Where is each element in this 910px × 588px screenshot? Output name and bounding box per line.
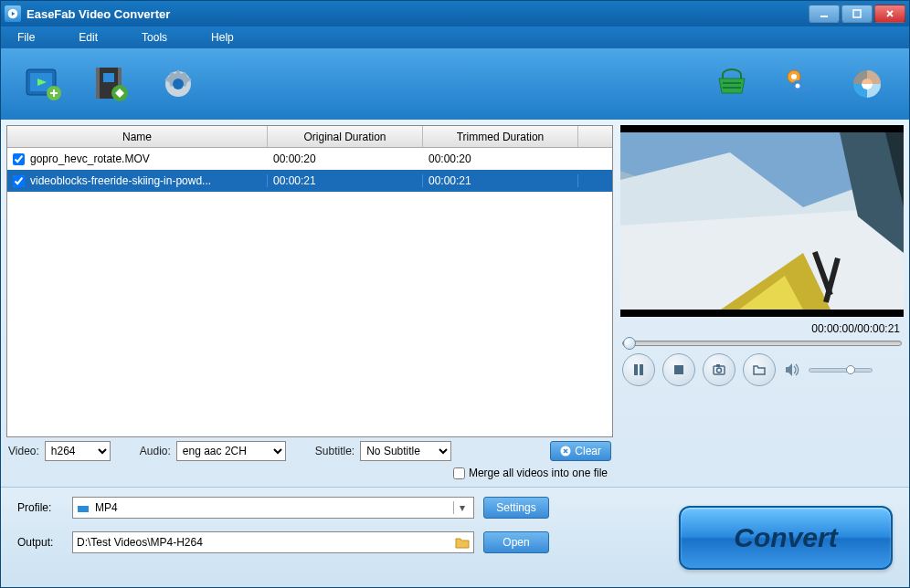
preview-pane — [620, 125, 904, 317]
seek-thumb[interactable] — [623, 337, 636, 350]
merge-label: Merge all videos into one file — [469, 467, 608, 479]
row-checkbox[interactable] — [13, 175, 25, 187]
maximize-button[interactable] — [841, 5, 873, 23]
table-row[interactable]: videoblocks-freeride-skiing-in-powd...00… — [7, 170, 612, 192]
menu-file[interactable]: File — [17, 31, 35, 44]
svg-rect-2 — [853, 10, 861, 17]
row-trim: 00:00:21 — [423, 174, 578, 187]
row-checkbox[interactable] — [13, 153, 25, 165]
settings-button[interactable] — [156, 62, 200, 106]
svg-point-12 — [173, 79, 184, 89]
menu-help[interactable]: Help — [211, 31, 234, 44]
convert-button[interactable]: Convert — [679, 506, 893, 570]
video-label: Video: — [8, 445, 39, 457]
audio-label: Audio: — [140, 445, 171, 457]
menu-tools[interactable]: Tools — [142, 31, 167, 44]
profile-icon — [77, 501, 91, 514]
edit-video-button[interactable] — [89, 62, 132, 106]
output-path-input[interactable]: D:\Test Videos\MP4-H264 — [72, 531, 474, 553]
col-original-duration[interactable]: Original Duration — [268, 126, 423, 147]
close-button[interactable] — [874, 5, 905, 23]
pause-button[interactable] — [622, 353, 655, 386]
volume-icon — [783, 361, 801, 379]
stop-button[interactable] — [662, 353, 695, 386]
col-name[interactable]: Name — [7, 126, 268, 147]
row-name: gopro_hevc_rotate.MOV — [30, 152, 150, 165]
audio-select[interactable]: eng aac 2CH — [176, 441, 286, 461]
row-trim: 00:00:20 — [423, 152, 578, 165]
svg-rect-35 — [640, 364, 643, 375]
svg-rect-9 — [103, 73, 114, 82]
settings-small-button[interactable]: Settings — [483, 497, 549, 519]
svg-point-19 — [796, 84, 800, 89]
buy-button[interactable] — [710, 62, 754, 106]
toolbar — [1, 48, 909, 120]
register-button[interactable] — [778, 62, 821, 106]
profile-label: Profile: — [17, 501, 63, 514]
clear-icon — [560, 446, 571, 457]
svg-rect-13 — [723, 82, 741, 84]
col-trimmed-duration[interactable]: Trimmed Duration — [423, 126, 578, 147]
svg-point-38 — [717, 368, 722, 373]
titlebar: EaseFab Video Converter — [1, 1, 909, 26]
video-select[interactable]: h264 — [45, 441, 111, 461]
svg-rect-41 — [78, 503, 89, 506]
window-title: EaseFab Video Converter — [26, 7, 170, 21]
svg-rect-39 — [716, 364, 720, 367]
help-button[interactable] — [845, 62, 889, 106]
volume-thumb[interactable] — [846, 365, 855, 374]
svg-rect-36 — [674, 365, 683, 374]
add-video-button[interactable] — [21, 62, 65, 106]
subtitle-select[interactable]: No Subtitle — [360, 441, 451, 461]
menubar: File Edit Tools Help — [1, 26, 909, 48]
row-orig: 00:00:21 — [268, 174, 423, 187]
open-button[interactable]: Open — [483, 531, 549, 553]
svg-rect-1 — [820, 16, 828, 17]
volume-slider[interactable] — [809, 368, 873, 373]
menu-edit[interactable]: Edit — [79, 31, 98, 44]
chevron-down-icon[interactable]: ▾ — [453, 501, 470, 514]
file-table: Name Original Duration Trimmed Duration … — [6, 125, 613, 437]
merge-checkbox[interactable] — [453, 467, 465, 479]
svg-rect-34 — [634, 364, 638, 375]
time-display: 00:00:00/00:00:21 — [620, 320, 904, 337]
minimize-button[interactable] — [809, 5, 840, 23]
clear-button[interactable]: Clear — [550, 441, 611, 461]
output-label: Output: — [17, 536, 63, 549]
svg-rect-7 — [96, 68, 100, 99]
seek-slider[interactable] — [622, 341, 902, 346]
profile-select[interactable]: MP4 ▾ — [72, 497, 474, 519]
svg-point-16 — [791, 74, 797, 79]
table-row[interactable]: gopro_hevc_rotate.MOV00:00:2000:00:20 — [7, 148, 612, 170]
snapshot-button[interactable] — [703, 353, 735, 386]
row-orig: 00:00:20 — [268, 152, 423, 165]
subtitle-label: Subtitle: — [315, 445, 354, 457]
app-icon — [5, 5, 21, 22]
svg-rect-14 — [723, 87, 741, 89]
row-name: videoblocks-freeride-skiing-in-powd... — [30, 174, 211, 187]
open-folder-button[interactable] — [743, 353, 776, 386]
folder-icon[interactable] — [455, 536, 470, 549]
